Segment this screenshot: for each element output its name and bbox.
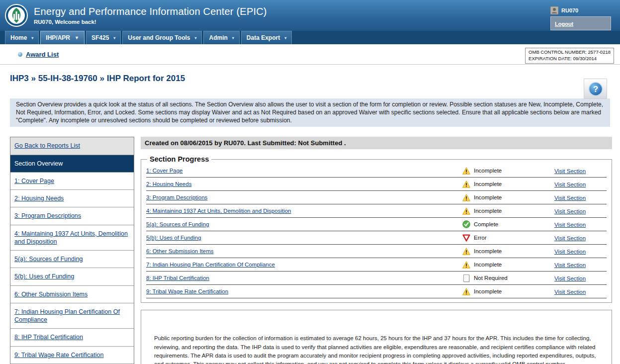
sidebar-link[interactable]: 7: Indian Housing Plan Certification Of …	[14, 308, 120, 323]
sidebar-link[interactable]: 8: IHP Tribal Certification	[14, 334, 83, 341]
warning-icon	[462, 167, 470, 175]
sidebar-item-sources-of-funding[interactable]: 5(a): Sources of Funding	[10, 251, 134, 268]
visit-section-link[interactable]: Visit Section	[554, 222, 586, 228]
visit-section-link[interactable]: Visit Section	[554, 289, 586, 295]
nav-tab-data-export[interactable]: Data Export ▾	[241, 31, 292, 44]
error-icon	[462, 234, 470, 242]
section-progress-row: 6: Other Submission Items Incomplete Vis…	[146, 245, 607, 258]
nav-tab-sf425[interactable]: SF425 ▾	[86, 31, 121, 44]
section-progress-row: 4: Maintaining 1937 Act Units, Demolitio…	[146, 204, 607, 218]
sidebar-item-program-descriptions[interactable]: 3: Program Descriptions	[10, 207, 134, 225]
app-header: Energy and Performance Information Cente…	[0, 0, 620, 31]
nav-tab-label: Data Export	[247, 34, 280, 41]
warning-icon	[462, 261, 470, 269]
visit-section-link[interactable]: Visit Section	[554, 195, 586, 201]
sidebar-item-housing-needs[interactable]: 2: Housing Needs	[10, 190, 134, 207]
logout-box: Logout	[550, 16, 611, 30]
warning-icon	[462, 193, 470, 201]
sidebar-link[interactable]: 1: Cover Page	[14, 178, 54, 184]
warning-icon	[462, 247, 470, 255]
section-link[interactable]: 2: Housing Needs	[146, 181, 191, 187]
status-label: Incomplete	[474, 288, 502, 294]
chevron-down-icon: ▾	[194, 36, 196, 40]
section-link[interactable]: 6: Other Submission Items	[146, 248, 214, 254]
breadcrumb: IHP3 » 55-IH-38-19760 » IHP Report for 2…	[10, 74, 620, 84]
status-label: Error	[474, 235, 487, 241]
nav-tab-user-group-tools[interactable]: User and Group Tools ▾	[122, 31, 202, 44]
section-link[interactable]: 4: Maintaining 1937 Act Units, Demolitio…	[146, 208, 291, 214]
nav-tab-label: Home	[10, 34, 27, 41]
visit-section-link[interactable]: Visit Section	[554, 275, 586, 281]
section-progress-row: 5(a): Sources of Funding Complete Visit …	[146, 218, 607, 231]
status-label: Incomplete	[474, 181, 502, 187]
visit-section-link[interactable]: Visit Section	[554, 208, 586, 214]
visit-section-link[interactable]: Visit Section	[554, 262, 586, 268]
bullet-icon	[18, 52, 22, 57]
section-progress-legend: Section Progress	[147, 155, 211, 163]
warning-icon	[462, 180, 470, 188]
status-label: Incomplete	[474, 248, 502, 254]
visit-section-link[interactable]: Visit Section	[554, 168, 586, 174]
status-label: Not Required	[474, 275, 508, 281]
nav-tab-admin[interactable]: Admin ▾	[203, 31, 239, 44]
sub-nav: Award List OMB CONTROL NUMBER: 2577-0218…	[0, 44, 620, 65]
main-panel: Created on 08/06/2015 by RU070. Last Sub…	[141, 137, 612, 364]
visit-section-link[interactable]: Visit Section	[554, 182, 586, 187]
logout-link[interactable]: Logout	[555, 21, 573, 27]
sidebar-link[interactable]: 9: Tribal Wage Rate Certification	[14, 352, 103, 359]
sidebar-link[interactable]: 3: Program Descriptions	[14, 212, 81, 219]
welcome-text: RU070, Welcome back!	[34, 19, 550, 25]
visit-section-link[interactable]: Visit Section	[554, 249, 586, 255]
status-label: Incomplete	[474, 208, 502, 214]
sidebar-link[interactable]: 2: Housing Needs	[14, 195, 64, 202]
nav-tab-ihp-apr[interactable]: IHP/APR ▼	[40, 31, 85, 44]
sidebar-item-tribal-wage-rate-certification[interactable]: 9: Tribal Wage Rate Certification	[10, 347, 134, 364]
username-label: RU070	[561, 7, 578, 13]
chevron-down-icon: ▾	[284, 36, 286, 40]
section-link[interactable]: 8: IHP Tribal Certification	[146, 275, 209, 281]
sidebar-link[interactable]: 5(b): Uses of Funding	[14, 273, 74, 280]
omb-control-number: OMB CONTROL NUMBER: 2577-0218	[529, 49, 611, 56]
chevron-down-icon: ▾	[232, 36, 234, 40]
sidebar-item-ihp-tribal-certification[interactable]: 8: IHP Tribal Certification	[10, 329, 134, 346]
sidebar-item-uses-of-funding[interactable]: 5(b): Uses of Funding	[10, 268, 134, 285]
section-link[interactable]: 9: Tribal Wage Rate Certification	[146, 288, 228, 294]
sidebar-item-go-back[interactable]: Go Back to Reports List	[10, 137, 134, 155]
section-link[interactable]: 7: Indian Housing Plan Certification Of …	[146, 262, 275, 268]
warning-icon	[462, 207, 470, 215]
section-link[interactable]: 1: Cover Page	[146, 168, 183, 174]
warning-icon	[462, 287, 470, 295]
status-label: Incomplete	[474, 262, 502, 268]
status-label: Incomplete	[474, 194, 502, 200]
sidebar-link[interactable]: 5(a): Sources of Funding	[14, 256, 83, 263]
sidebar-link[interactable]: 4: Maintaining 1937 Act Units, Demolitio…	[14, 230, 128, 245]
question-icon: ?	[588, 82, 603, 96]
section-link[interactable]: 5(b): Uses of Funding	[146, 235, 201, 241]
award-list-link[interactable]: Award List	[26, 51, 59, 58]
go-back-link[interactable]: Go Back to Reports List	[14, 142, 80, 149]
section-progress-row: 1: Cover Page Incomplete Visit Section	[146, 164, 607, 178]
sidebar-item-other-submission-items[interactable]: 6: Other Submission Items	[10, 286, 134, 303]
complete-icon	[462, 220, 470, 228]
section-progress-row: 3: Program Descriptions Incomplete Visit…	[146, 191, 607, 204]
section-link[interactable]: 5(a): Sources of Funding	[146, 221, 209, 227]
nav-tab-label: Admin	[209, 34, 227, 41]
sidebar-item-section-overview[interactable]: Section Overview	[10, 155, 134, 173]
section-sidebar: Go Back to Reports List Section Overview…	[10, 137, 134, 364]
status-label: Incomplete	[474, 168, 502, 174]
section-progress-fieldset: Section Progress 1: Cover Page Incomplet…	[141, 155, 612, 303]
sidebar-link[interactable]: 6: Other Submission Items	[14, 291, 88, 298]
section-progress-row: 9: Tribal Wage Rate Certification Incomp…	[146, 285, 607, 298]
sidebar-item-maintaining-1937-act-units[interactable]: 4: Maintaining 1937 Act Units, Demolitio…	[10, 225, 134, 251]
help-button[interactable]: ?	[584, 79, 607, 99]
svg-text:?: ?	[593, 85, 598, 94]
nav-tab-home[interactable]: Home ▾	[5, 31, 39, 44]
visit-section-link[interactable]: Visit Section	[554, 235, 586, 241]
section-overview-note: Section Overview provides a quick look a…	[10, 98, 610, 127]
section-link[interactable]: 3: Program Descriptions	[146, 194, 207, 200]
nav-tab-label: User and Group Tools	[128, 34, 190, 41]
section-progress-row: 2: Housing Needs Incomplete Visit Sectio…	[146, 178, 607, 191]
sidebar-item-cover-page[interactable]: 1: Cover Page	[10, 173, 134, 190]
sidebar-item-ihp-certification-of-compliance[interactable]: 7: Indian Housing Plan Certification Of …	[10, 303, 134, 329]
created-line: Created on 08/06/2015 by RU070. Last Sub…	[141, 137, 612, 149]
